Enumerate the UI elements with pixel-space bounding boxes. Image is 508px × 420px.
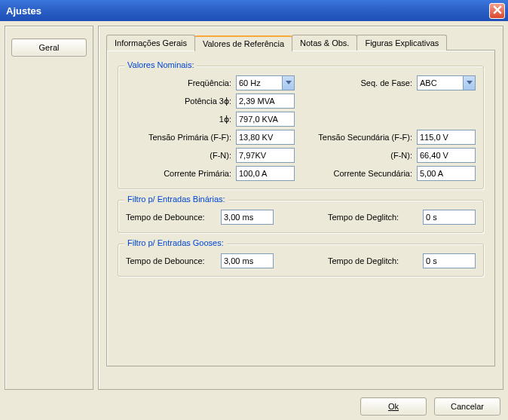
label-potencia-1f: 1ɸ: <box>126 115 231 124</box>
tab-informacoes-gerais[interactable]: Informações Gerais <box>106 35 195 51</box>
label-debounce-bin: Tempo de Debounce: <box>126 213 216 222</box>
select-frequencia[interactable]: 60 Hz <box>236 75 295 90</box>
titlebar: Ajustes <box>0 0 508 21</box>
input-tensao-primaria-fn[interactable] <box>236 148 295 163</box>
window-title: Ajustes <box>6 5 489 17</box>
input-tensao-secundaria-fn[interactable] <box>417 148 476 163</box>
input-debounce-goose[interactable] <box>221 253 274 268</box>
cancel-button-label: Cancelar <box>451 402 484 411</box>
label-potencia-3f: Potência 3ɸ: <box>126 97 231 106</box>
input-tensao-primaria-ff[interactable] <box>236 130 295 145</box>
input-debounce-bin[interactable] <box>221 210 274 225</box>
input-corrente-secundaria[interactable] <box>417 166 476 181</box>
nominal-grid: Freqüência: 60 Hz Seq. de Fase: ABC Potê… <box>126 75 476 181</box>
input-tensao-secundaria-ff[interactable] <box>417 130 476 145</box>
select-seq-fase[interactable]: ABC <box>417 75 476 90</box>
tab-valores-referencia[interactable]: Valores de Referência <box>194 35 292 51</box>
input-deglitch-bin[interactable] <box>423 210 476 225</box>
binarias-grid: Tempo de Debounce: Tempo de Deglitch: <box>126 210 476 225</box>
label-tensao-primaria-fn: (F-N): <box>126 151 231 160</box>
group-filtro-binarias: Filtro p/ Entradas Binárias: Tempo de De… <box>118 200 484 233</box>
tab-strip: Informações Gerais Valores de Referência… <box>106 34 495 50</box>
close-button[interactable] <box>489 3 505 19</box>
label-debounce-goose: Tempo de Debounce: <box>126 256 216 265</box>
input-potencia-1f[interactable] <box>236 112 295 127</box>
gooses-grid: Tempo de Debounce: Tempo de Deglitch: <box>126 253 476 268</box>
chevron-down-icon <box>463 76 475 90</box>
group-legend-binarias: Filtro p/ Entradas Binárias: <box>124 195 228 204</box>
tab-content: Valores Nominais: Freqüência: 60 Hz Seq.… <box>106 50 495 366</box>
tab-figuras-explicativas[interactable]: Figuras Explicativas <box>357 35 447 51</box>
select-seq-fase-value: ABC <box>420 78 463 87</box>
main-panel: Informações Gerais Valores de Referência… <box>98 26 503 390</box>
select-frequencia-value: 60 Hz <box>239 78 282 87</box>
sidebar: Geral <box>5 26 93 390</box>
group-legend-gooses: Filtro p/ Entradas Gooses: <box>124 238 227 247</box>
dialog-button-bar: Ok Cancelar <box>5 394 503 415</box>
label-tensao-secundaria-ff: Tensão Secundária (F-F): <box>307 133 412 142</box>
input-corrente-primaria[interactable] <box>236 166 295 181</box>
dialog-body: Geral Informações Gerais Valores de Refe… <box>0 21 508 420</box>
label-corrente-primaria: Corrente Primária: <box>126 169 231 178</box>
label-tensao-secundaria-fn: (F-N): <box>307 151 412 160</box>
group-valores-nominais: Valores Nominais: Freqüência: 60 Hz Seq.… <box>118 66 484 189</box>
input-deglitch-goose[interactable] <box>423 253 476 268</box>
chevron-down-icon <box>282 76 294 90</box>
group-filtro-gooses: Filtro p/ Entradas Gooses: Tempo de Debo… <box>118 244 484 277</box>
label-frequencia: Freqüência: <box>126 78 231 87</box>
ok-button-label: Ok <box>388 402 399 411</box>
group-legend-nominal: Valores Nominais: <box>124 60 197 69</box>
ok-button[interactable]: Ok <box>360 397 427 415</box>
label-seq-fase: Seq. de Fase: <box>307 78 412 87</box>
close-icon <box>493 5 502 17</box>
sidebar-item-geral[interactable]: Geral <box>11 38 87 57</box>
label-deglitch-bin: Tempo de Deglitch: <box>328 213 418 222</box>
top-row: Geral Informações Gerais Valores de Refe… <box>5 26 503 390</box>
input-potencia-3f[interactable] <box>236 94 295 109</box>
tab-notas-obs[interactable]: Notas & Obs. <box>292 35 357 51</box>
label-corrente-secundaria: Corrente Secundária: <box>307 169 412 178</box>
label-deglitch-goose: Tempo de Deglitch: <box>328 256 418 265</box>
cancel-button[interactable]: Cancelar <box>434 397 500 415</box>
label-tensao-primaria-ff: Tensão Primária (F-F): <box>126 133 231 142</box>
